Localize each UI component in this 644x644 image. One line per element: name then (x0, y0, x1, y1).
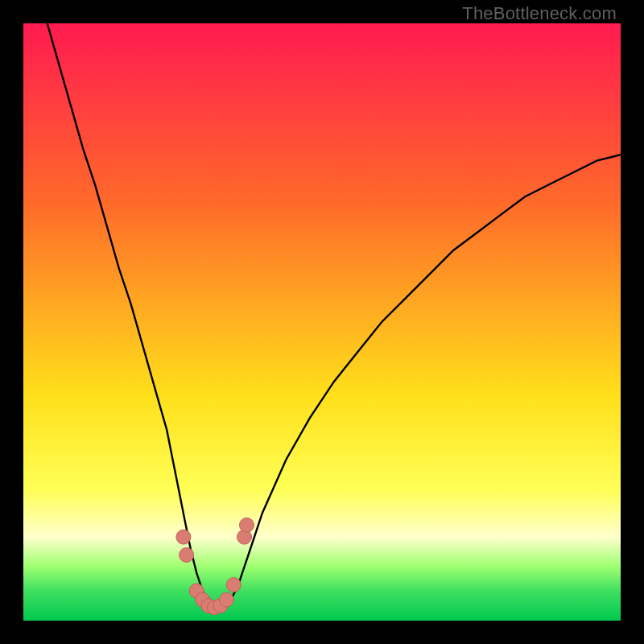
data-marker (180, 547, 194, 562)
bottleneck-curve (23, 23, 621, 621)
chart-frame (23, 23, 621, 621)
data-marker (219, 592, 233, 607)
data-marker (226, 578, 241, 592)
watermark-text: TheBottleneck.com (462, 3, 617, 24)
data-marker (240, 518, 254, 532)
data-marker (176, 530, 191, 544)
